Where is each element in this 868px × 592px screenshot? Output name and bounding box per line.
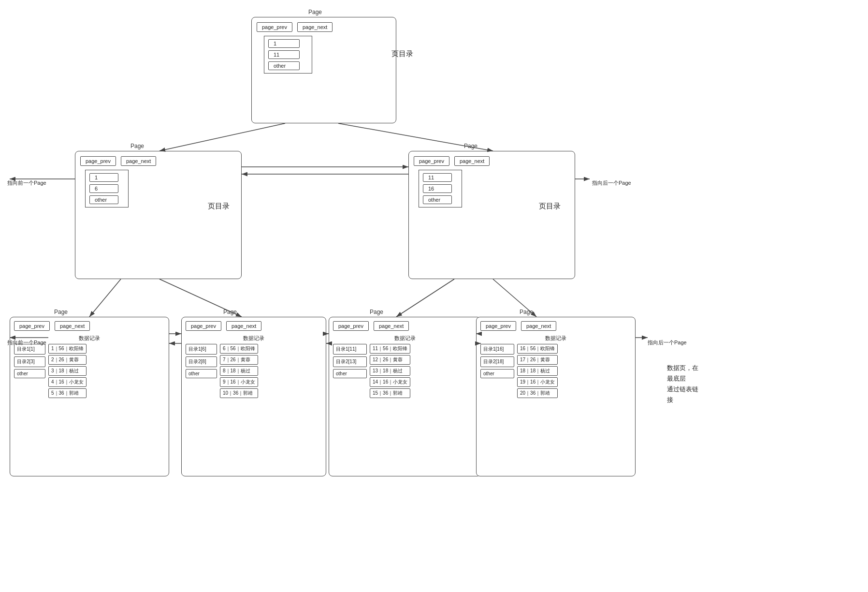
bottom-4-content: 目录1[16] 目录2[18] other 16｜56｜欧阳锋 17｜26｜黄蓉… [480,344,631,398]
mid-left-index-6: 6 [89,184,118,193]
bottom-1-row-2: 2｜26｜黄蓉 [48,355,87,365]
bottom-4-row-5: 20｜36｜郭靖 [517,388,558,398]
bottom-2-row-5: 10｜36｜郭靖 [220,388,258,398]
bottom-1-row-3: 3｜18｜杨过 [48,366,87,376]
bottom-1-index: 目录1[1] 目录2[3] other [14,344,45,398]
bottom-4-section-title: 数据记录 [480,335,631,342]
bottom-4-row-4: 19｜16｜小龙女 [517,377,558,387]
top-catalog-label: 页目录 [391,48,413,59]
svg-line-8 [396,279,454,317]
diagram-container: Page page_prev page_next 1 11 other 页目录 … [0,0,868,592]
bottom-1-content: 目录1[1] 目录2[3] other 1｜56｜欧阳锋 2｜26｜黄蓉 3｜1… [14,344,165,398]
svg-line-6 [89,279,121,317]
bottom-4-idx-2: 目录2[18] [480,356,514,367]
bottom-4-row-1: 16｜56｜欧阳锋 [517,344,558,354]
mid-left-page-label: Page [130,143,144,149]
bottom-3-content: 目录1[11] 目录2[13] other 11｜56｜欧阳锋 12｜26｜黄蓉… [333,344,477,398]
bottom-2-row-2: 7｜26｜黄蓉 [220,355,258,365]
bottom-1-idx-2: 目录2[3] [14,356,45,367]
bottom-2-page-prev-btn[interactable]: page_prev [186,321,221,331]
top-index-other: other [268,61,300,70]
mid-left-index-1: 1 [89,173,118,182]
bottom-4-data-rows: 16｜56｜欧阳锋 17｜26｜黄蓉 18｜18｜杨过 19｜16｜小龙女 20… [517,344,558,398]
bottom-3-index: 目录1[11] 目录2[13] other [333,344,367,398]
bottom-1-data-rows: 1｜56｜欧阳锋 2｜26｜黄蓉 3｜18｜杨过 4｜16｜小龙女 5｜36｜郭… [48,344,87,398]
bottom-page-3-label: Page [370,309,383,315]
bottom-2-section-title: 数据记录 [186,335,322,342]
mid-left-index-other: other [89,195,118,204]
bottom-3-row-5: 15｜36｜郭靖 [370,388,410,398]
bottom-4-page-next-btn[interactable]: page_next [521,321,556,331]
bottom-2-idx-1: 目录1[6] [186,344,217,355]
data-page-desc: 数据页，在最底层通过链表链接 [667,363,698,405]
bottom-2-content: 目录1[6] 目录2[8] other 6｜56｜欧阳锋 7｜26｜黄蓉 8｜1… [186,344,322,398]
mid-right-page-label: Page [464,143,477,149]
bottom-2-row-4: 9｜16｜小龙女 [220,377,258,387]
bottom-1-btn-row: page_prev page_next [14,321,165,331]
bottom-4-btn-row: page_prev page_next [480,321,631,331]
mid-left-page-prev-btn[interactable]: page_prev [80,156,116,166]
bottom-3-btn-row: page_prev page_next [333,321,477,331]
bottom-page-3-box: page_prev page_next 数据记录 目录1[11] 目录2[13]… [329,317,481,476]
bottom-3-idx-2: 目录2[13] [333,356,367,367]
point-prev-mid-left: 指向前一个Page [7,179,46,187]
mid-right-index-other: other [423,195,452,204]
top-index-1: 1 [268,39,300,48]
bottom-2-row-3: 8｜18｜杨过 [220,366,258,376]
arrows-svg [0,0,868,592]
point-prev-bottom: 指向前一个Page [7,339,46,347]
bottom-3-page-next-btn[interactable]: page_next [374,321,409,331]
bottom-3-row-2: 12｜26｜黄蓉 [370,355,410,365]
bottom-1-page-next-btn[interactable]: page_next [55,321,90,331]
bottom-page-4-label: Page [520,309,533,315]
bottom-3-row-1: 11｜56｜欧阳锋 [370,344,410,354]
mid-right-catalog-label: 页目录 [539,201,561,212]
bottom-4-row-3: 18｜18｜杨过 [517,366,558,376]
bottom-4-row-2: 17｜26｜黄蓉 [517,355,558,365]
point-next-bottom: 指向后一个Page [648,339,687,347]
top-index-box: 1 11 other [264,36,312,74]
bottom-1-page-prev-btn[interactable]: page_prev [14,321,50,331]
bottom-2-row-1: 6｜56｜欧阳锋 [220,344,258,354]
bottom-3-page-prev-btn[interactable]: page_prev [333,321,369,331]
bottom-2-index: 目录1[6] 目录2[8] other [186,344,217,398]
bottom-page-4-box: page_prev page_next 数据记录 目录1[16] 目录2[18]… [476,317,636,476]
mid-left-page-next-btn[interactable]: page_next [121,156,156,166]
mid-right-page-box: page_prev page_next 11 16 other [408,151,575,279]
mid-right-page-prev-btn[interactable]: page_prev [414,156,449,166]
mid-left-page-box: page_prev page_next 1 6 other [75,151,242,279]
bottom-2-btn-row: page_prev page_next [186,321,322,331]
bottom-page-2-label: Page [223,309,237,315]
top-page-box: page_prev page_next 1 11 other [251,17,396,123]
bottom-page-1-label: Page [54,309,68,315]
top-index-11: 11 [268,50,300,59]
bottom-1-idx-other: other [14,369,45,378]
bottom-2-idx-2: 目录2[8] [186,356,217,367]
mid-right-index-16: 16 [423,184,452,193]
bottom-4-idx-other: other [480,369,514,378]
mid-right-index-box: 11 16 other [419,170,462,207]
mid-right-index-11: 11 [423,173,452,182]
bottom-4-idx-1: 目录1[16] [480,344,514,355]
svg-line-2 [159,123,285,151]
bottom-1-row-5: 5｜36｜郭靖 [48,388,87,398]
bottom-3-idx-1: 目录1[11] [333,344,367,355]
bottom-2-data-rows: 6｜56｜欧阳锋 7｜26｜黄蓉 8｜18｜杨过 9｜16｜小龙女 10｜36｜… [220,344,258,398]
top-page-prev-btn[interactable]: page_prev [257,22,292,32]
bottom-3-idx-other: other [333,369,367,378]
mid-right-page-next-btn[interactable]: page_next [454,156,490,166]
bottom-2-idx-other: other [186,369,217,378]
top-page-label: Page [308,9,322,15]
bottom-3-row-3: 13｜18｜杨过 [370,366,410,376]
bottom-2-page-next-btn[interactable]: page_next [226,321,261,331]
bottom-4-index: 目录1[16] 目录2[18] other [480,344,514,398]
bottom-3-section-title: 数据记录 [333,335,477,342]
mid-left-catalog-label: 页目录 [208,201,230,212]
bottom-4-page-prev-btn[interactable]: page_prev [480,321,516,331]
bottom-3-row-4: 14｜16｜小龙女 [370,377,410,387]
point-next-mid-right: 指向后一个Page [592,179,631,187]
top-page-next-btn[interactable]: page_next [297,22,333,32]
bottom-3-data-rows: 11｜56｜欧阳锋 12｜26｜黄蓉 13｜18｜杨过 14｜16｜小龙女 15… [370,344,410,398]
top-btn-row: page_prev page_next [257,22,391,32]
bottom-1-row-1: 1｜56｜欧阳锋 [48,344,87,354]
